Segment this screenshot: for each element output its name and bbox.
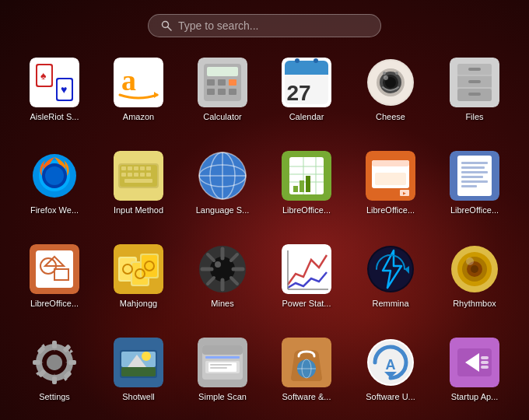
svg-rect-155 [210, 367, 227, 369]
app-icon-inputmethod [114, 151, 163, 201]
svg-text:♠: ♠ [40, 69, 47, 82]
app-label-cheese: Cheese [376, 112, 405, 121]
app-icon-mines [198, 244, 247, 294]
svg-rect-92 [461, 185, 477, 187]
svg-point-129 [471, 265, 478, 273]
app-item-aisleriot[interactable]: ♠ ♥ AisleRiot S... [12, 51, 96, 145]
app-icon-startup [450, 338, 499, 387]
svg-rect-52 [121, 166, 126, 170]
app-icon-software-center [282, 338, 331, 387]
app-icon-libreoffice-calc [282, 151, 331, 201]
svg-rect-19 [218, 89, 226, 95]
app-item-libreoffice-calc[interactable]: LibreOffice... [264, 145, 349, 238]
app-label-software-center: Software &... [282, 392, 331, 401]
svg-rect-136 [68, 360, 76, 365]
svg-rect-17 [229, 79, 236, 86]
app-item-cheese[interactable]: Cheese [349, 51, 433, 145]
app-item-amazon[interactable]: a Amazon [96, 51, 180, 145]
svg-rect-82 [375, 173, 406, 185]
app-label-language: Language S... [196, 205, 250, 215]
app-icon-remmina [366, 244, 415, 294]
app-item-software-update[interactable]: A Software U... [349, 331, 433, 420]
app-icon-rhythmbox [450, 244, 499, 294]
app-icon-simplescan [198, 338, 247, 387]
app-item-remmina[interactable]: Remmina [349, 238, 433, 331]
app-item-settings[interactable]: Settings [12, 331, 96, 420]
app-label-calendar: Calendar [289, 112, 324, 121]
app-item-software-center[interactable]: Software &... [264, 331, 349, 420]
app-icon-powerstat [282, 244, 331, 294]
app-label-settings: Settings [39, 392, 70, 401]
app-grid: ♠ ♥ AisleRiot S... a Amazon Calculator [5, 51, 524, 420]
app-icon-libreoffice-draw [30, 244, 79, 294]
svg-rect-91 [461, 180, 488, 183]
app-item-mahjongg[interactable]: Mahjongg [96, 238, 180, 331]
svg-point-34 [384, 75, 388, 80]
app-label-libreoffice-draw: LibreOffice... [30, 299, 79, 308]
app-item-files[interactable]: Files [433, 51, 517, 145]
svg-point-35 [383, 72, 386, 75]
app-icon-software-update: A [366, 338, 415, 387]
svg-rect-59 [134, 173, 138, 177]
svg-rect-53 [128, 166, 132, 170]
app-icon-libreoffice-impress: ▶ [366, 151, 415, 201]
svg-rect-14 [207, 67, 238, 76]
svg-rect-44 [468, 93, 481, 96]
app-label-simplescan: Simple Scan [198, 392, 247, 401]
search-icon [161, 20, 172, 31]
app-label-shotwell: Shotwell [122, 392, 155, 401]
app-label-firefox: Firefox We... [30, 205, 79, 215]
app-item-startup[interactable]: Startup Ap... [433, 331, 517, 420]
search-input[interactable] [178, 19, 349, 32]
svg-rect-81 [372, 160, 409, 166]
svg-point-118 [215, 261, 221, 268]
svg-text:27: 27 [286, 81, 310, 105]
app-item-simplescan[interactable]: Simple Scan [180, 331, 264, 420]
app-icon-shotwell [114, 338, 163, 387]
svg-rect-54 [134, 166, 138, 170]
svg-rect-145 [121, 367, 156, 376]
app-item-libreoffice-writer[interactable]: LibreOffice... [433, 145, 517, 238]
svg-rect-15 [207, 79, 215, 86]
app-item-firefox[interactable]: Firefox We... [12, 145, 96, 238]
svg-rect-60 [140, 173, 145, 177]
svg-text:♥: ♥ [61, 83, 67, 96]
app-item-libreoffice-draw[interactable]: LibreOffice... [12, 238, 96, 331]
app-icon-aisleriot: ♠ ♥ [30, 58, 79, 107]
app-label-calculator: Calculator [203, 112, 242, 121]
svg-rect-57 [121, 173, 126, 177]
svg-rect-58 [128, 173, 132, 177]
app-item-inputmethod[interactable]: Input Method [96, 145, 180, 238]
app-item-mines[interactable]: Mines [180, 238, 264, 331]
app-icon-firefox [30, 151, 79, 201]
app-label-amazon: Amazon [123, 112, 154, 121]
app-icon-calendar: 27 [282, 58, 331, 107]
svg-rect-167 [481, 356, 489, 359]
app-label-mines: Mines [211, 299, 233, 308]
svg-rect-42 [468, 68, 481, 71]
app-launcher: ♠ ♥ AisleRiot S... a Amazon Calculator [0, 0, 529, 420]
svg-text:A: A [386, 357, 396, 373]
svg-rect-61 [146, 173, 151, 177]
app-icon-language [198, 151, 247, 201]
app-label-mahjongg: Mahjongg [120, 299, 157, 308]
svg-rect-18 [207, 89, 215, 95]
app-item-language[interactable]: Language S... [180, 145, 264, 238]
app-label-libreoffice-writer: LibreOffice... [450, 205, 499, 215]
app-item-shotwell[interactable]: Shotwell [96, 331, 180, 420]
app-item-rhythmbox[interactable]: Rhythmbox [433, 238, 517, 331]
svg-rect-24 [285, 70, 328, 75]
svg-text:a: a [121, 64, 136, 96]
app-label-powerstat: Power Stat... [282, 299, 331, 308]
svg-rect-89 [461, 171, 488, 173]
app-item-libreoffice-impress[interactable]: ▶ LibreOffice... [349, 145, 433, 238]
app-label-libreoffice-calc: LibreOffice... [282, 205, 331, 215]
app-item-calendar[interactable]: 27 Calendar [264, 51, 349, 145]
svg-rect-55 [140, 166, 145, 170]
app-item-calculator[interactable]: Calculator [180, 51, 264, 145]
svg-rect-20 [229, 89, 236, 95]
svg-rect-77 [300, 180, 304, 192]
app-item-powerstat[interactable]: Power Stat... [264, 238, 349, 331]
svg-point-147 [142, 352, 151, 361]
search-bar[interactable] [148, 14, 381, 37]
